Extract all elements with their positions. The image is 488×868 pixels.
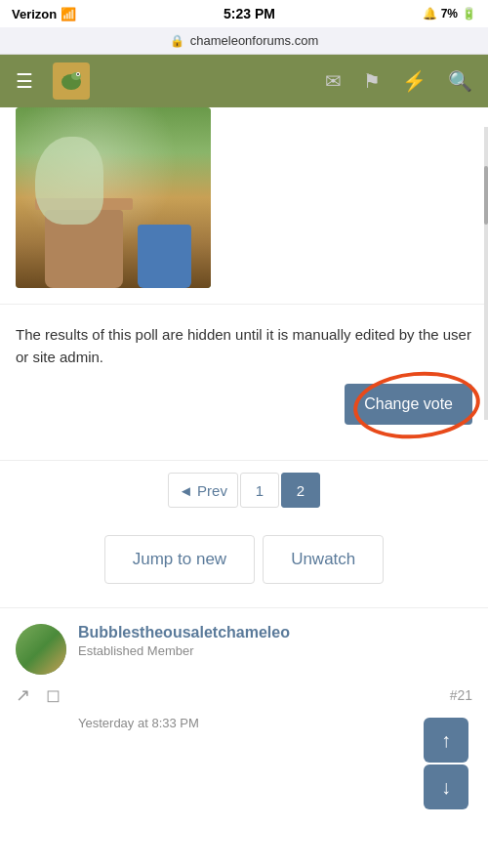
post-timestamp: Yesterday at 8:33 PM — [0, 716, 488, 740]
change-vote-button[interactable]: Change vote — [345, 384, 472, 425]
chameleon-figure — [35, 137, 103, 225]
forum-image — [16, 107, 211, 288]
change-vote-container: Change vote — [16, 368, 472, 444]
share-icon[interactable]: ↗ — [16, 684, 30, 706]
alarm-icon: 🔔 — [423, 7, 437, 21]
unwatch-button[interactable]: Unwatch — [263, 535, 384, 584]
avatar-image — [16, 624, 66, 675]
post-row: Bubblestheousaletchameleo Established Me… — [0, 607, 488, 675]
hamburger-menu-button[interactable]: ☰ — [16, 69, 33, 93]
battery-text: 7% — [441, 7, 458, 21]
post-role: Established Member — [78, 643, 472, 658]
nav-bar: ☰ ✉ ⚑ ⚡ 🔍 — [0, 55, 488, 107]
status-right: 🔔 7% 🔋 — [423, 7, 476, 21]
bookmark-icon[interactable]: ◻ — [46, 684, 61, 706]
page-1-button[interactable]: 1 — [240, 473, 279, 508]
avatar — [16, 624, 66, 675]
scrollbar-thumb[interactable] — [484, 166, 488, 225]
nav-icons: ✉ ⚑ ⚡ 🔍 — [325, 69, 472, 93]
jump-to-new-button[interactable]: Jump to new — [104, 535, 255, 584]
scroll-up-button[interactable]: ↑ — [424, 718, 468, 763]
svg-point-4 — [77, 73, 79, 75]
poll-hidden-text: The results of this poll are hidden unti… — [16, 324, 472, 368]
scroll-buttons: ↑ ↓ — [424, 718, 468, 809]
browser-bar[interactable]: 🔒 chameleonforums.com — [0, 27, 488, 55]
url-text: chameleonforums.com — [190, 33, 319, 48]
action-buttons: Jump to new Unwatch — [0, 527, 488, 607]
scrollbar[interactable] — [484, 127, 488, 420]
page-2-button[interactable]: 2 — [281, 473, 320, 508]
carrier-text: Verizon — [12, 7, 57, 21]
status-left: Verizon 📶 — [12, 7, 76, 21]
flag-icon[interactable]: ⚑ — [363, 69, 381, 93]
prev-page-button[interactable]: ◄ Prev — [168, 473, 238, 508]
lock-icon: 🔒 — [170, 34, 184, 48]
post-username[interactable]: Bubblestheousaletchameleo — [78, 624, 472, 641]
status-time: 5:23 PM — [224, 6, 275, 21]
content-area: The results of this poll are hidden unti… — [0, 107, 488, 740]
scroll-down-button[interactable]: ↓ — [424, 765, 468, 809]
site-logo[interactable] — [53, 62, 90, 100]
blue-pot — [138, 225, 191, 288]
wifi-icon: 📶 — [61, 7, 76, 21]
bolt-icon[interactable]: ⚡ — [402, 69, 427, 93]
status-bar: Verizon 📶 5:23 PM 🔔 7% 🔋 — [0, 0, 488, 27]
poll-section: The results of this poll are hidden unti… — [0, 304, 488, 460]
mail-icon[interactable]: ✉ — [325, 69, 342, 93]
image-section — [0, 107, 488, 304]
search-icon[interactable]: 🔍 — [448, 69, 472, 93]
post-info: Bubblestheousaletchameleo Established Me… — [78, 624, 472, 658]
battery-icon: 🔋 — [462, 7, 476, 21]
post-footer: ↗ ◻ #21 — [0, 675, 488, 716]
post-number: #21 — [450, 687, 472, 703]
pagination: ◄ Prev 1 2 — [0, 460, 488, 527]
